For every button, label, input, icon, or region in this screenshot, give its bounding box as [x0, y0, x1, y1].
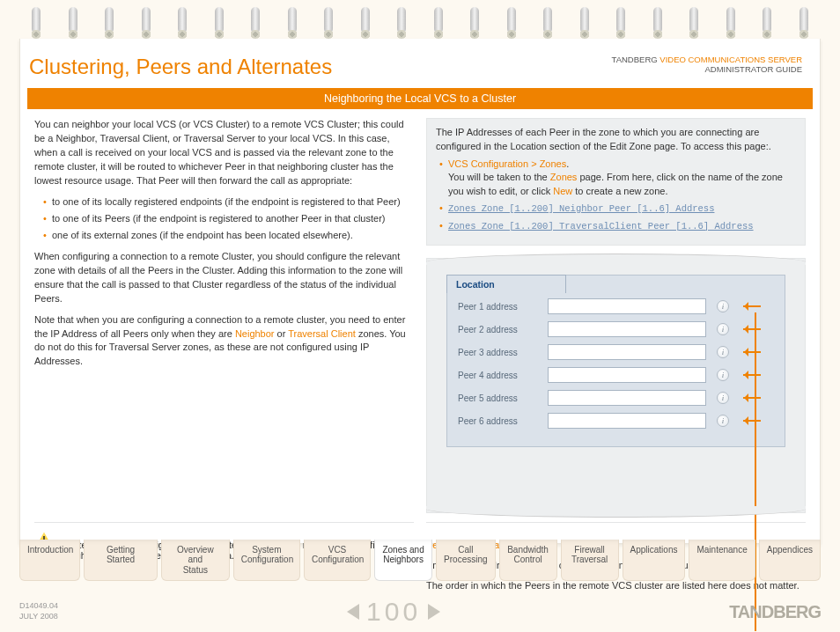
nav-tab-overview-and-status[interactable]: Overview andStatus	[161, 540, 230, 582]
right-column: The IP Addresses of each Peer in the zon…	[426, 118, 806, 513]
nav-tab-bandwidth-control[interactable]: BandwidthControl	[499, 540, 557, 582]
body-text: The IP Addresses of each Peer in the zon…	[436, 126, 796, 154]
left-column: You can neighbor your local VCS (or VCS …	[34, 118, 414, 513]
peer-4-address-input[interactable]	[548, 367, 706, 383]
list-item: to one of its Peers (if the endpoint is …	[43, 212, 414, 225]
peer-address-label: Peer 1 address	[458, 302, 537, 312]
peer-address-label: Peer 4 address	[458, 371, 537, 380]
callout-arrow-icon	[740, 302, 761, 311]
nav-tab-maintenance[interactable]: Maintenance	[689, 540, 755, 582]
nav-tab-call-processing[interactable]: CallProcessing	[436, 540, 495, 582]
callout-arrow-icon	[740, 325, 761, 334]
info-icon[interactable]: i	[717, 300, 729, 312]
info-icon[interactable]: i	[717, 392, 729, 404]
peer-5-address-input[interactable]	[548, 390, 706, 406]
peer-address-label: Peer 2 address	[458, 325, 537, 334]
callout-arrow-icon	[740, 348, 761, 356]
callout-arrow-icon	[740, 416, 761, 425]
nav-tab-system-configuration[interactable]: SystemConfiguration	[233, 540, 300, 582]
peer-3-address-input[interactable]	[548, 344, 706, 360]
list-item: one of its external zones (if the endpoi…	[43, 229, 414, 242]
body-text: When configuring a connection to a remot…	[34, 250, 414, 306]
info-icon[interactable]: i	[717, 415, 729, 427]
prev-page-button[interactable]	[347, 604, 359, 620]
peer-address-label: Peer 5 address	[458, 393, 537, 403]
list-item: Zones Zone [1..200] TraversalClient Peer…	[439, 219, 796, 233]
header-product: TANDBERG VIDEO COMMUNICATIONS SERVER ADM…	[612, 55, 802, 74]
spiral-binding	[19, 7, 821, 42]
brand-logo: TANDBERG	[729, 602, 821, 622]
nav-tab-vcs-configuration[interactable]: VCSConfiguration	[304, 540, 371, 582]
list-item: to one of its locally registered endpoin…	[43, 195, 414, 209]
body-text: You can neighbor your local VCS (or VCS …	[34, 118, 414, 188]
page-title: Clustering, Peers and Alternates	[29, 55, 332, 79]
nav-tab-zones-and-neighbors[interactable]: Zones andNeighbors	[374, 540, 432, 582]
callout-arrow-icon	[740, 371, 761, 379]
bottom-nav-tabs: IntroductionGetting StartedOverview andS…	[19, 540, 821, 582]
peer-address-label: Peer 6 address	[458, 416, 537, 426]
nav-tab-introduction[interactable]: Introduction	[19, 540, 80, 582]
list-item: VCS Configuration > Zones. You will be t…	[439, 158, 796, 198]
nav-tab-firewall-traversal[interactable]: FirewallTraversal	[561, 540, 619, 582]
peer-2-address-input[interactable]	[548, 321, 706, 337]
callout-text: The order in which the Peers in the remo…	[426, 580, 806, 591]
location-tab: Location	[446, 275, 566, 293]
nav-tab-applications[interactable]: Applications	[623, 540, 686, 582]
peer-6-address-input[interactable]	[548, 413, 706, 429]
peer-1-address-input[interactable]	[548, 298, 706, 314]
next-page-button[interactable]	[428, 604, 440, 620]
info-icon[interactable]: i	[717, 346, 729, 358]
page-number: 100	[366, 597, 421, 627]
location-form-screenshot: Location Peer 1 addressiPeer 2 addressiP…	[426, 258, 806, 513]
info-icon[interactable]: i	[717, 369, 729, 381]
callout-arrow-icon	[740, 393, 761, 402]
nav-tab-getting-started[interactable]: Getting Started	[84, 540, 158, 582]
list-item: Zones Zone [1..200] Neighbor Peer [1..6]…	[439, 202, 796, 216]
nav-tab-appendices[interactable]: Appendices	[759, 540, 821, 582]
doc-id: D14049.04JULY 2008	[19, 601, 58, 621]
info-icon[interactable]: i	[717, 323, 729, 335]
body-text: Note that when you are configuring a con…	[34, 313, 414, 370]
peer-address-label: Peer 3 address	[458, 348, 537, 357]
section-banner: Neighboring the Local VCS to a Cluster	[27, 88, 813, 109]
